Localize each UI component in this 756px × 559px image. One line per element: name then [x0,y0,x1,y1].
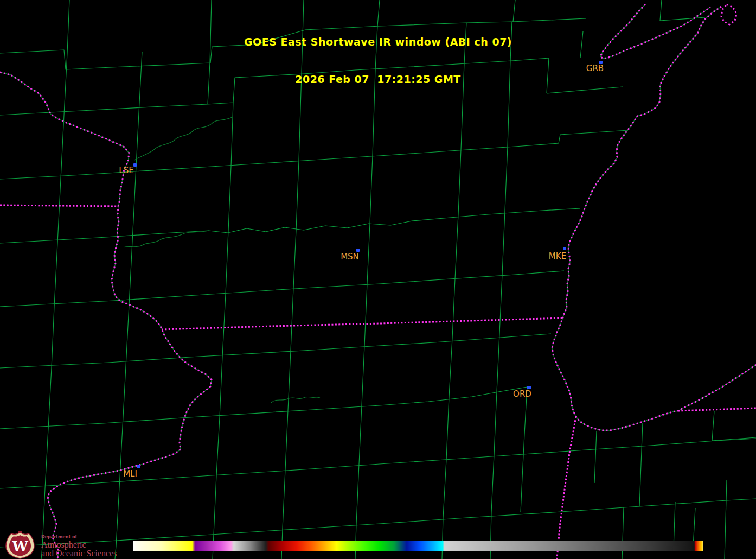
station-label: LSE [119,166,133,175]
station-dot-icon [133,163,137,167]
station-label: GRB [586,63,604,73]
michigan-indiana-border [678,408,756,411]
map-canvas: GRB LSE MSN MKE ORD MLI [0,0,756,559]
logo-dept-line: Department of [41,535,117,539]
ir-enhancement-colorbar [133,541,703,551]
logo-line-2: and Oceanic Sciences [41,549,117,558]
green-bay-outline [600,4,710,59]
green-bay-border [600,4,710,59]
door-peninsula-border [721,4,736,24]
station-label: MSN [341,252,359,262]
station-label: MLI [123,469,137,479]
lake-michigan-border [552,7,756,430]
mississippi-river-border [0,72,212,559]
uw-crest-icon: W [4,531,36,559]
minnesota-iowa-border [0,205,118,206]
logo-text: Department of Atmospheric and Oceanic Sc… [41,531,117,558]
station-grb: GRB [586,61,604,73]
crest-monogram: W [11,538,28,555]
logo-line-1: Atmospheric [41,541,117,549]
satellite-image-frame: GRB LSE MSN MKE ORD MLI [0,0,756,559]
lake-michigan-outline [552,7,756,430]
station-dot-icon [563,247,566,250]
station-label: MKE [549,251,566,261]
wisconsin-illinois-border [162,318,562,329]
illinois-indiana-border [557,417,576,559]
station-dot-icon [137,465,140,468]
state-borders [0,4,756,559]
station-lse: LSE [119,163,137,175]
station-label: ORD [513,389,531,399]
shorelines [0,4,756,559]
mississippi-river-outline [0,72,212,559]
uw-aos-logo: W Department of Atmospheric and Oceanic … [4,531,117,559]
station-msn: MSN [341,249,360,262]
station-mke: MKE [549,247,566,261]
county-lines [0,0,756,559]
